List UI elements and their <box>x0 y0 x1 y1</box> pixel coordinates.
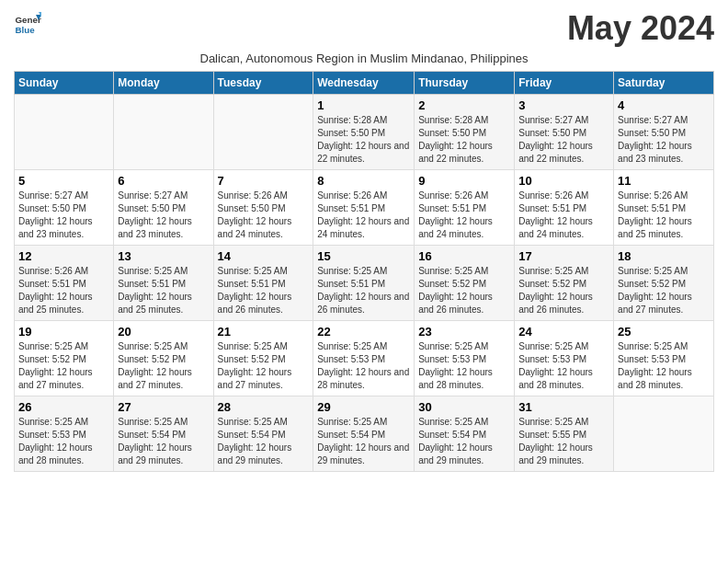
day-info: Sunrise: 5:26 AMSunset: 5:51 PMDaylight:… <box>618 190 710 241</box>
col-header-friday: Friday <box>515 72 614 95</box>
day-number: 9 <box>418 174 510 188</box>
day-info: Sunrise: 5:28 AMSunset: 5:50 PMDaylight:… <box>317 114 410 166</box>
col-header-monday: Monday <box>114 72 213 95</box>
day-cell <box>614 396 714 472</box>
day-info: Sunrise: 5:25 AMSunset: 5:54 PMDaylight:… <box>118 416 209 467</box>
day-cell: 10Sunrise: 5:26 AMSunset: 5:51 PMDayligh… <box>515 170 614 246</box>
day-info: Sunrise: 5:25 AMSunset: 5:52 PMDaylight:… <box>218 340 310 392</box>
week-row-4: 19Sunrise: 5:25 AMSunset: 5:52 PMDayligh… <box>15 321 714 396</box>
day-number: 26 <box>18 400 109 414</box>
day-cell: 17Sunrise: 5:25 AMSunset: 5:52 PMDayligh… <box>515 246 614 321</box>
day-cell: 22Sunrise: 5:25 AMSunset: 5:53 PMDayligh… <box>313 321 415 396</box>
col-header-saturday: Saturday <box>614 72 714 95</box>
day-number: 27 <box>118 400 209 414</box>
day-cell: 3Sunrise: 5:27 AMSunset: 5:50 PMDaylight… <box>515 95 614 170</box>
day-number: 3 <box>518 98 609 112</box>
day-info: Sunrise: 5:27 AMSunset: 5:50 PMDaylight:… <box>118 190 209 241</box>
day-number: 31 <box>518 400 609 414</box>
day-info: Sunrise: 5:25 AMSunset: 5:53 PMDaylight:… <box>518 340 609 392</box>
day-info: Sunrise: 5:25 AMSunset: 5:53 PMDaylight:… <box>418 340 510 392</box>
day-info: Sunrise: 5:27 AMSunset: 5:50 PMDaylight:… <box>18 190 109 241</box>
day-cell: 12Sunrise: 5:26 AMSunset: 5:51 PMDayligh… <box>15 246 114 321</box>
day-cell: 21Sunrise: 5:25 AMSunset: 5:52 PMDayligh… <box>213 321 313 396</box>
day-cell: 20Sunrise: 5:25 AMSunset: 5:52 PMDayligh… <box>114 321 213 396</box>
day-cell: 26Sunrise: 5:25 AMSunset: 5:53 PMDayligh… <box>15 396 114 472</box>
day-cell <box>15 95 114 170</box>
day-info: Sunrise: 5:26 AMSunset: 5:51 PMDaylight:… <box>518 190 609 241</box>
day-cell: 11Sunrise: 5:26 AMSunset: 5:51 PMDayligh… <box>614 170 714 246</box>
day-cell: 8Sunrise: 5:26 AMSunset: 5:51 PMDaylight… <box>313 170 415 246</box>
day-info: Sunrise: 5:28 AMSunset: 5:50 PMDaylight:… <box>418 114 510 166</box>
day-number: 20 <box>118 325 209 339</box>
svg-text:Blue: Blue <box>16 25 36 35</box>
day-number: 12 <box>18 249 109 263</box>
day-info: Sunrise: 5:25 AMSunset: 5:54 PMDaylight:… <box>317 416 410 467</box>
day-cell: 16Sunrise: 5:25 AMSunset: 5:52 PMDayligh… <box>415 246 515 321</box>
day-info: Sunrise: 5:25 AMSunset: 5:54 PMDaylight:… <box>418 416 510 467</box>
day-number: 1 <box>317 98 410 112</box>
day-info: Sunrise: 5:25 AMSunset: 5:52 PMDaylight:… <box>118 340 209 392</box>
day-number: 21 <box>218 325 310 339</box>
day-number: 16 <box>418 249 510 263</box>
day-info: Sunrise: 5:27 AMSunset: 5:50 PMDaylight:… <box>618 114 710 166</box>
day-info: Sunrise: 5:25 AMSunset: 5:55 PMDaylight:… <box>518 416 609 467</box>
calendar-header-row: SundayMondayTuesdayWednesdayThursdayFrid… <box>15 72 714 95</box>
week-row-1: 1Sunrise: 5:28 AMSunset: 5:50 PMDaylight… <box>15 95 714 170</box>
day-info: Sunrise: 5:25 AMSunset: 5:52 PMDaylight:… <box>418 265 510 316</box>
day-info: Sunrise: 5:25 AMSunset: 5:51 PMDaylight:… <box>118 265 209 316</box>
day-number: 24 <box>518 325 609 339</box>
day-info: Sunrise: 5:25 AMSunset: 5:52 PMDaylight:… <box>618 265 710 316</box>
day-cell: 19Sunrise: 5:25 AMSunset: 5:52 PMDayligh… <box>15 321 114 396</box>
day-cell: 28Sunrise: 5:25 AMSunset: 5:54 PMDayligh… <box>213 396 313 472</box>
day-cell <box>114 95 213 170</box>
day-number: 17 <box>518 249 609 263</box>
day-cell: 4Sunrise: 5:27 AMSunset: 5:50 PMDaylight… <box>614 95 714 170</box>
day-cell: 6Sunrise: 5:27 AMSunset: 5:50 PMDaylight… <box>114 170 213 246</box>
day-cell: 9Sunrise: 5:26 AMSunset: 5:51 PMDaylight… <box>415 170 515 246</box>
day-cell: 13Sunrise: 5:25 AMSunset: 5:51 PMDayligh… <box>114 246 213 321</box>
day-number: 22 <box>317 325 410 339</box>
day-info: Sunrise: 5:26 AMSunset: 5:50 PMDaylight:… <box>218 190 310 241</box>
week-row-3: 12Sunrise: 5:26 AMSunset: 5:51 PMDayligh… <box>15 246 714 321</box>
day-number: 23 <box>418 325 510 339</box>
logo: General Blue <box>14 9 41 37</box>
day-number: 13 <box>118 249 209 263</box>
col-header-thursday: Thursday <box>415 72 515 95</box>
day-number: 2 <box>418 98 510 112</box>
col-header-tuesday: Tuesday <box>213 72 313 95</box>
day-cell: 31Sunrise: 5:25 AMSunset: 5:55 PMDayligh… <box>515 396 614 472</box>
logo-icon: General Blue <box>14 9 41 37</box>
day-cell <box>213 95 313 170</box>
day-info: Sunrise: 5:25 AMSunset: 5:53 PMDaylight:… <box>618 340 710 392</box>
day-number: 7 <box>218 174 310 188</box>
day-number: 10 <box>518 174 609 188</box>
day-cell: 18Sunrise: 5:25 AMSunset: 5:52 PMDayligh… <box>614 246 714 321</box>
month-title: May 2024 <box>567 9 714 48</box>
day-cell: 1Sunrise: 5:28 AMSunset: 5:50 PMDaylight… <box>313 95 415 170</box>
day-cell: 30Sunrise: 5:25 AMSunset: 5:54 PMDayligh… <box>415 396 515 472</box>
day-number: 25 <box>618 325 710 339</box>
day-cell: 2Sunrise: 5:28 AMSunset: 5:50 PMDaylight… <box>415 95 515 170</box>
col-header-sunday: Sunday <box>15 72 114 95</box>
day-cell: 29Sunrise: 5:25 AMSunset: 5:54 PMDayligh… <box>313 396 415 472</box>
day-cell: 27Sunrise: 5:25 AMSunset: 5:54 PMDayligh… <box>114 396 213 472</box>
day-info: Sunrise: 5:25 AMSunset: 5:53 PMDaylight:… <box>18 416 109 467</box>
calendar-table: SundayMondayTuesdayWednesdayThursdayFrid… <box>14 71 714 472</box>
day-cell: 24Sunrise: 5:25 AMSunset: 5:53 PMDayligh… <box>515 321 614 396</box>
header: General Blue May 2024 <box>14 9 714 48</box>
day-number: 19 <box>18 325 109 339</box>
day-cell: 15Sunrise: 5:25 AMSunset: 5:51 PMDayligh… <box>313 246 415 321</box>
day-info: Sunrise: 5:25 AMSunset: 5:54 PMDaylight:… <box>218 416 310 467</box>
day-number: 11 <box>618 174 710 188</box>
day-cell: 25Sunrise: 5:25 AMSunset: 5:53 PMDayligh… <box>614 321 714 396</box>
day-cell: 23Sunrise: 5:25 AMSunset: 5:53 PMDayligh… <box>415 321 515 396</box>
day-number: 28 <box>218 400 310 414</box>
day-info: Sunrise: 5:27 AMSunset: 5:50 PMDaylight:… <box>518 114 609 166</box>
week-row-5: 26Sunrise: 5:25 AMSunset: 5:53 PMDayligh… <box>15 396 714 472</box>
day-info: Sunrise: 5:26 AMSunset: 5:51 PMDaylight:… <box>18 265 109 316</box>
day-number: 18 <box>618 249 710 263</box>
day-info: Sunrise: 5:25 AMSunset: 5:52 PMDaylight:… <box>18 340 109 392</box>
day-number: 5 <box>18 174 109 188</box>
week-row-2: 5Sunrise: 5:27 AMSunset: 5:50 PMDaylight… <box>15 170 714 246</box>
day-cell: 5Sunrise: 5:27 AMSunset: 5:50 PMDaylight… <box>15 170 114 246</box>
